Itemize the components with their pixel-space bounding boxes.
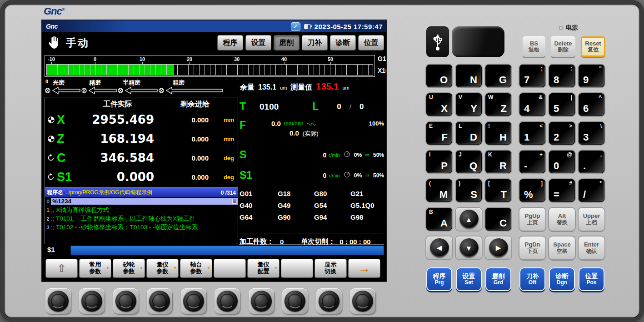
softkey-common-params[interactable]: 常用参数▼ [79, 259, 111, 278]
ruler-tick: -10 [48, 56, 55, 62]
axis-actual-value: 346.584 [82, 151, 154, 165]
key-space[interactable]: Space空格 [549, 236, 575, 259]
power-indicator: 电源 [559, 24, 578, 32]
tab-position[interactable]: 位置 [358, 35, 384, 50]
key-5[interactable]: |5 [549, 93, 575, 116]
key-c[interactable]: C [485, 208, 511, 231]
keyboard-letter-grid: O N G UX VY WZ EF LD !H IP JQ KR (M )S [… [426, 65, 511, 259]
function-key-program[interactable]: 程序Prg [426, 267, 452, 291]
softkey-display-switch[interactable]: 显示切换 [315, 259, 347, 278]
key-6[interactable]: ^6 [579, 93, 604, 116]
program-line[interactable]: 0 %1234 [45, 197, 238, 206]
key-y[interactable]: VY [456, 93, 482, 116]
function-key-diagnosis[interactable]: 诊断Dgn [549, 267, 575, 291]
key-r[interactable]: KR [485, 151, 511, 173]
key-alt[interactable]: Alt替换 [549, 208, 575, 231]
key-enter[interactable]: Enter确认 [579, 236, 604, 259]
ruler-tick: 40 [281, 56, 287, 62]
key-a[interactable]: BA [426, 208, 452, 231]
softkey-wheel-params[interactable]: 砂轮参数▼ [113, 259, 145, 278]
key-8[interactable]: :8 [549, 65, 575, 87]
panel-knob-5[interactable] [181, 288, 206, 314]
screen-tabs: 程序 设置 磨削 刀补 诊断 位置 [217, 35, 384, 50]
key-percent[interactable]: ]% [519, 179, 545, 202]
key-x[interactable]: UX [426, 93, 452, 116]
function-key-position[interactable]: 位置Pos [579, 267, 604, 291]
key-o[interactable]: O [426, 65, 452, 87]
key-slash[interactable]: */ [579, 179, 604, 202]
key-f[interactable]: EF [426, 122, 452, 145]
program-line[interactable]: 2 ;; T0101 - -工件磨削坐标系，以工件轴心线为X轴工件 [45, 214, 238, 223]
softkey-blank-1[interactable] [214, 259, 246, 278]
key-reset[interactable]: Reset复位 [581, 36, 605, 57]
softkey-blank-2[interactable] [281, 259, 313, 278]
key-3[interactable]: \3 [579, 122, 604, 145]
softkey-gauge-config[interactable]: 量仪配置▼ [247, 259, 280, 278]
key-9[interactable]: "9 [579, 65, 604, 87]
feed-row: F 0.0 mm/min 100% 0.0 (实际) [240, 119, 384, 138]
key-4[interactable]: &4 [519, 93, 545, 116]
key-7[interactable]: ;7 [519, 65, 545, 87]
key-dot[interactable]: ,. [579, 151, 604, 173]
axis-unit: mm [209, 136, 238, 142]
panel-knob-3[interactable] [113, 288, 139, 314]
key-pgdn[interactable]: PgDn下页 [519, 236, 545, 259]
program-line-counter: 0 /314 [221, 190, 236, 196]
key-z[interactable]: WZ [485, 93, 511, 116]
panel-knob-6[interactable] [215, 288, 240, 314]
allowance-readout: 余量 135.1 um 测量值 135.1 um [240, 81, 349, 92]
line-text: ;; T0102 - -砂轮修整坐标系；T0103 - -端面定位坐标系 [51, 223, 238, 231]
key-minus[interactable]: +- [519, 151, 545, 173]
gcode: G01 [240, 190, 278, 197]
key-backspace[interactable]: BS退格 [523, 36, 545, 57]
panel-knob-2[interactable] [79, 288, 105, 314]
key-d[interactable]: LD [456, 122, 482, 145]
key-equals[interactable]: #= [549, 179, 575, 202]
axis-remain-value: 0.000 [154, 173, 209, 181]
key-n[interactable]: N [456, 65, 482, 87]
key-q[interactable]: JQ [456, 151, 482, 173]
softkey-gauge-params[interactable]: 量仪参数▼ [146, 259, 179, 278]
tab-settings[interactable]: 设置 [245, 35, 271, 50]
tab-toolcomp[interactable]: 刀补 [302, 35, 328, 50]
key-h[interactable]: !H [485, 122, 511, 145]
panel-knob-4[interactable] [147, 288, 172, 314]
key-p[interactable]: IP [426, 151, 452, 173]
arrow-right-key[interactable]: ▶ [485, 236, 511, 259]
key-2[interactable]: >2 [549, 122, 575, 145]
arrow-up-key[interactable]: ▲ [456, 208, 482, 231]
key-g[interactable]: G [485, 65, 511, 87]
key-1[interactable]: <1 [519, 122, 545, 145]
arrow-down-key[interactable]: ▼ [456, 236, 482, 259]
gcode-modal-grid: G01G18G80G21 G40G49G54G5.1Q0 G64G90G94G9… [240, 190, 384, 221]
panel-knob-8[interactable] [282, 288, 308, 314]
line-number: 0 [45, 199, 51, 204]
program-line[interactable]: 3 ;; T0102 - -砂轮修整坐标系；T0103 - -端面定位坐标系 [45, 223, 238, 231]
key-m[interactable]: (M [426, 179, 452, 202]
arrow-left-key[interactable]: ◀ [426, 236, 452, 259]
spindle-load: 0% [354, 172, 362, 179]
function-key-toolcomp[interactable]: 刀补Oft [519, 267, 545, 291]
cnc-machine-panel: Gnc® Gnc ✓ 2023-05-25 17:59:47 手动 程序 设置 … [0, 0, 644, 322]
panel-knob-7[interactable] [249, 288, 274, 314]
panel-knob-10[interactable] [350, 288, 375, 314]
key-delete[interactable]: Delete删除 [551, 36, 575, 57]
softkey-up[interactable]: ⇧ [45, 259, 78, 278]
tab-program[interactable]: 程序 [217, 35, 243, 50]
function-key-settings[interactable]: 设置Set [456, 267, 482, 291]
program-line[interactable]: 1 ;; X轴为直径编程方式 [45, 206, 238, 214]
gcode: G80 [314, 190, 350, 197]
usb-cover[interactable] [452, 26, 504, 57]
key-pgup[interactable]: PgUp上页 [519, 208, 545, 231]
key-0[interactable]: @0 [549, 151, 575, 173]
softkey-next-menu[interactable]: → [348, 259, 380, 278]
function-key-grinding[interactable]: 磨削Grd [485, 267, 511, 291]
key-t[interactable]: [T [485, 179, 511, 202]
panel-knob-1[interactable] [45, 288, 71, 314]
key-upper[interactable]: Upper上档 [579, 208, 604, 231]
key-s[interactable]: )S [456, 179, 482, 202]
panel-knob-9[interactable] [316, 288, 342, 314]
tab-diagnosis[interactable]: 诊断 [330, 35, 356, 50]
tab-grinding[interactable]: 磨削 [274, 35, 300, 50]
softkey-table-params[interactable]: 轴台参数▼ [180, 259, 212, 278]
